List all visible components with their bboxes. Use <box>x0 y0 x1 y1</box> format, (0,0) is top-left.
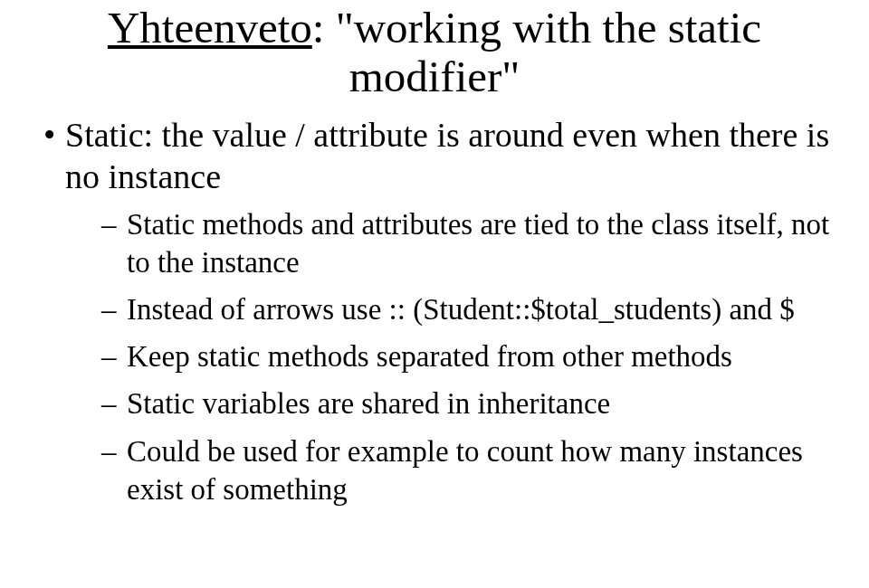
bullet-text: Static: the value / attribute is around … <box>65 116 829 195</box>
sub-bullet-item: Static methods and attributes are tied t… <box>101 205 851 281</box>
sub-bullet-item: Static variables are shared in inheritan… <box>101 384 851 422</box>
bullet-list: Static: the value / attribute is around … <box>18 114 851 508</box>
sub-bullet-text: Keep static methods separated from other… <box>127 340 732 373</box>
sub-bullet-text: Static variables are shared in inheritan… <box>127 387 610 420</box>
slide: Yhteenveto: "working with the static mod… <box>0 0 869 588</box>
sub-bullet-list: Static methods and attributes are tied t… <box>65 205 851 509</box>
title-rest: : "working with the static modifier" <box>312 3 761 101</box>
sub-bullet-item: Could be used for example to count how m… <box>101 432 851 508</box>
sub-bullet-item: Keep static methods separated from other… <box>101 337 851 375</box>
bullet-item: Static: the value / attribute is around … <box>43 114 851 508</box>
sub-bullet-text: Instead of arrows use :: (Student::$tota… <box>127 293 795 326</box>
slide-title: Yhteenveto: "working with the static mod… <box>18 4 851 101</box>
sub-bullet-text: Could be used for example to count how m… <box>127 435 803 506</box>
sub-bullet-text: Static methods and attributes are tied t… <box>127 208 829 279</box>
title-underlined: Yhteenveto <box>108 3 312 52</box>
sub-bullet-item: Instead of arrows use :: (Student::$tota… <box>101 290 851 328</box>
